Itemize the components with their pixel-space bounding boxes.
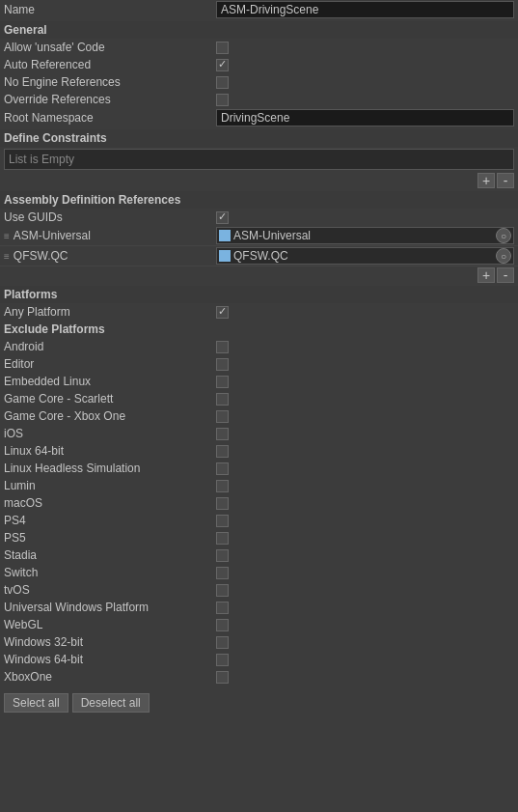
assembly-circle-btn-0[interactable]: ○: [496, 228, 511, 243]
assembly-right-1[interactable]: QFSW.QC ○: [216, 247, 514, 265]
any-platform-checkbox[interactable]: [216, 306, 229, 319]
platform-item: WebGL: [0, 616, 518, 633]
override-refs-checkbox[interactable]: [216, 94, 229, 106]
auto-referenced-checkbox-wrap: [216, 59, 229, 71]
file-icon-1: [219, 250, 231, 262]
use-guids-label: Use GUIDs: [4, 210, 216, 224]
allow-unsafe-checkbox-wrap: [216, 42, 229, 54]
platform-item: Windows 64-bit: [0, 651, 518, 668]
allow-unsafe-checkbox[interactable]: [216, 42, 229, 54]
platform-checkbox-14[interactable]: [216, 584, 229, 597]
assembly-left-1: ≡ QFSW.QC: [4, 249, 216, 263]
platform-item: Linux 64-bit: [0, 442, 518, 460]
select-all-button[interactable]: Select all: [4, 693, 68, 713]
platform-label-18: Windows 64-bit: [4, 653, 216, 666]
platform-checkbox-15[interactable]: [216, 602, 229, 614]
platform-checkbox-7[interactable]: [216, 462, 229, 475]
any-platform-row: Any Platform: [0, 303, 518, 321]
platform-item: macOS: [0, 494, 518, 512]
root-namespace-row: Root Namespace: [0, 108, 518, 127]
root-namespace-input[interactable]: [216, 109, 514, 126]
platform-item: tvOS: [0, 581, 518, 599]
define-constraints-minus-button[interactable]: -: [497, 173, 514, 188]
platform-checkbox-18[interactable]: [216, 654, 229, 666]
name-label: Name: [4, 3, 216, 16]
assembly-circle-btn-1[interactable]: ○: [496, 248, 511, 264]
platform-checkbox-0[interactable]: [216, 341, 229, 353]
platform-item: Linux Headless Simulation: [0, 460, 518, 477]
platform-label-13: Switch: [4, 566, 216, 579]
platform-checkbox-13[interactable]: [216, 567, 229, 579]
no-engine-refs-checkbox-wrap: [216, 76, 229, 89]
platform-checkbox-8[interactable]: [216, 480, 229, 492]
platform-label-16: WebGL: [4, 618, 216, 631]
platform-item: Switch: [0, 564, 518, 581]
assembly-refs-minus-button[interactable]: -: [497, 267, 514, 283]
platform-checkbox-1[interactable]: [216, 358, 229, 371]
platform-checkbox-12[interactable]: [216, 549, 229, 562]
exclude-platforms-label: Exclude Platforms: [0, 321, 518, 338]
platform-item: Lumin: [0, 477, 518, 494]
no-engine-refs-label: No Engine References: [4, 75, 216, 89]
assembly-left-label-1: QFSW.QC: [14, 249, 68, 263]
root-namespace-label: Root Namespace: [4, 111, 216, 125]
platform-item: Game Core - Scarlett: [0, 390, 518, 407]
platform-checkbox-17[interactable]: [216, 636, 229, 649]
bottom-buttons: Select all Deselect all: [0, 689, 518, 716]
platform-label-6: Linux 64-bit: [4, 444, 216, 458]
assembly-item: ≡ QFSW.QC QFSW.QC ○: [0, 246, 518, 266]
auto-referenced-checkbox[interactable]: [216, 59, 229, 71]
general-header: General: [0, 21, 518, 39]
platform-checkbox-6[interactable]: [216, 445, 229, 458]
platforms-header: Platforms: [0, 286, 518, 303]
platform-label-3: Game Core - Scarlett: [4, 392, 216, 406]
platform-item: iOS: [0, 425, 518, 442]
platform-label-19: XboxOne: [4, 670, 216, 684]
platform-label-2: Embedded Linux: [4, 375, 216, 388]
define-constraints-empty: List is Empty: [4, 149, 514, 170]
assembly-left-label-0: ASM-Universal: [14, 229, 91, 242]
platform-checkbox-2[interactable]: [216, 376, 229, 388]
any-platform-label: Any Platform: [4, 305, 216, 319]
override-refs-label: Override References: [4, 93, 216, 106]
platform-checkbox-11[interactable]: [216, 532, 229, 545]
define-constraints-plus-button[interactable]: +: [477, 173, 495, 188]
platform-item: Stadia: [0, 546, 518, 564]
platform-items-list: Android Editor Embedded Linux Game Core …: [0, 338, 518, 686]
use-guids-checkbox[interactable]: [216, 211, 229, 224]
name-row: Name: [0, 0, 518, 19]
platform-label-15: Universal Windows Platform: [4, 601, 216, 614]
assembly-right-0[interactable]: ASM-Universal ○: [216, 227, 514, 244]
platform-item: PS5: [0, 529, 518, 546]
assembly-refs-buttons: + -: [0, 266, 518, 284]
drag-handle-0: ≡: [4, 231, 10, 241]
name-input[interactable]: [216, 1, 514, 18]
platform-checkbox-5[interactable]: [216, 428, 229, 440]
platform-checkbox-19[interactable]: [216, 671, 229, 684]
platform-label-14: tvOS: [4, 583, 216, 597]
file-icon-0: [219, 230, 231, 241]
platform-checkbox-3[interactable]: [216, 393, 229, 406]
platform-item: Windows 32-bit: [0, 633, 518, 651]
platform-item: Game Core - Xbox One: [0, 407, 518, 425]
platform-checkbox-10[interactable]: [216, 515, 229, 527]
assembly-left-0: ≡ ASM-Universal: [4, 229, 216, 242]
platform-label-5: iOS: [4, 427, 216, 440]
platform-label-7: Linux Headless Simulation: [4, 462, 216, 475]
platform-item: Android: [0, 338, 518, 355]
platform-label-1: Editor: [4, 357, 216, 371]
allow-unsafe-row: Allow 'unsafe' Code: [0, 39, 518, 56]
platform-item: Embedded Linux: [0, 373, 518, 390]
platform-checkbox-4[interactable]: [216, 410, 229, 423]
platform-checkbox-16[interactable]: [216, 619, 229, 631]
no-engine-refs-checkbox[interactable]: [216, 76, 229, 89]
platform-checkbox-9[interactable]: [216, 497, 229, 510]
deselect-all-button[interactable]: Deselect all: [72, 693, 150, 713]
platform-label-9: macOS: [4, 496, 216, 510]
assembly-refs-plus-button[interactable]: +: [477, 267, 495, 283]
assembly-refs-header: Assembly Definition References: [0, 191, 518, 209]
platform-item: Editor: [0, 355, 518, 373]
platform-label-10: PS4: [4, 514, 216, 527]
platform-label-12: Stadia: [4, 548, 216, 562]
auto-referenced-label: Auto Referenced: [4, 58, 216, 71]
